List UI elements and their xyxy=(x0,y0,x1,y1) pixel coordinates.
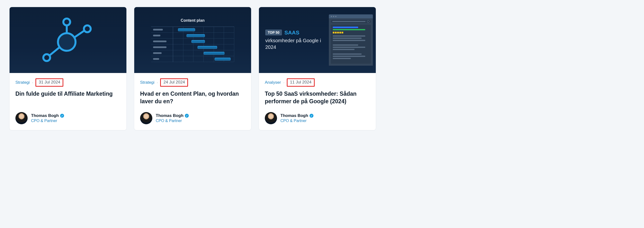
card-thumbnail xyxy=(10,7,126,73)
card-body: Strategi · 31 Jul 2024 Din fulde guide t… xyxy=(10,73,126,130)
article-card[interactable]: TOP 50 SAAS virksomheder på Google i 202… xyxy=(259,7,376,130)
cards-row: Strategi · 31 Jul 2024 Din fulde guide t… xyxy=(9,7,635,130)
verified-badge-icon xyxy=(310,114,314,118)
card-thumbnail: TOP 50 SAAS virksomheder på Google i 202… xyxy=(259,7,376,73)
svg-point-4 xyxy=(84,25,91,32)
svg-point-6 xyxy=(43,54,50,61)
svg-line-5 xyxy=(49,47,60,56)
category-link[interactable]: Strategi xyxy=(16,80,30,85)
svg-point-0 xyxy=(58,33,76,51)
thumb-subtitle: virksomheder på Google i 2024 xyxy=(265,37,329,50)
card-title[interactable]: Hvad er en Content Plan, og hvordan lave… xyxy=(140,90,245,105)
article-card[interactable]: Strategi · 31 Jul 2024 Din fulde guide t… xyxy=(9,7,127,130)
author-avatar[interactable] xyxy=(16,112,28,124)
author-role: CPO & Partner xyxy=(31,119,64,123)
card-title[interactable]: Din fulde guide til Affiliate Marketing xyxy=(16,90,120,98)
author-name[interactable]: Thomas Bogh xyxy=(280,113,308,118)
card-thumbnail: Content plan xyxy=(134,7,251,73)
card-body: Strategi · 24 Jul 2024 Hvad er en Conten… xyxy=(134,73,251,130)
author-row: Thomas Bogh CPO & Partner xyxy=(265,112,370,124)
publish-date: 11 Jul 2024 xyxy=(287,78,315,87)
author-row: Thomas Bogh CPO & Partner xyxy=(140,112,245,124)
author-name[interactable]: Thomas Bogh xyxy=(31,113,59,118)
card-meta: Strategi · 24 Jul 2024 xyxy=(140,78,245,87)
category-link[interactable]: Strategi xyxy=(140,80,154,85)
verified-badge-icon xyxy=(60,114,64,118)
separator-dot: · xyxy=(32,81,34,84)
author-avatar[interactable] xyxy=(140,112,152,124)
thumb-heading: Content plan xyxy=(181,18,205,23)
author-name[interactable]: Thomas Bogh xyxy=(156,113,183,118)
publish-date: 24 Jul 2024 xyxy=(160,78,188,87)
verified-badge-icon xyxy=(185,114,189,118)
author-role: CPO & Partner xyxy=(280,119,314,123)
card-title[interactable]: Top 50 SaaS virksomheder: Sådan performe… xyxy=(265,90,370,105)
svg-point-2 xyxy=(63,18,70,25)
author-avatar[interactable] xyxy=(265,112,277,124)
article-card[interactable]: Content plan xyxy=(134,7,251,130)
separator-dot: · xyxy=(283,81,285,84)
author-role: CPO & Partner xyxy=(156,119,189,123)
svg-line-3 xyxy=(74,30,85,38)
top50-badge: TOP 50 xyxy=(265,29,282,35)
thumb-saas-word: SAAS xyxy=(284,29,299,36)
hubspot-icon xyxy=(40,15,96,65)
publish-date: 31 Jul 2024 xyxy=(36,78,63,87)
gantt-chart-icon xyxy=(151,27,234,62)
card-meta: Strategi · 31 Jul 2024 xyxy=(16,78,120,87)
author-row: Thomas Bogh CPO & Partner xyxy=(16,112,120,124)
category-link[interactable]: Analyser xyxy=(265,80,281,85)
browser-mock-icon xyxy=(329,14,373,66)
separator-dot: · xyxy=(156,81,158,84)
card-meta: Analyser · 11 Jul 2024 xyxy=(265,78,370,87)
card-body: Analyser · 11 Jul 2024 Top 50 SaaS virks… xyxy=(259,73,376,130)
